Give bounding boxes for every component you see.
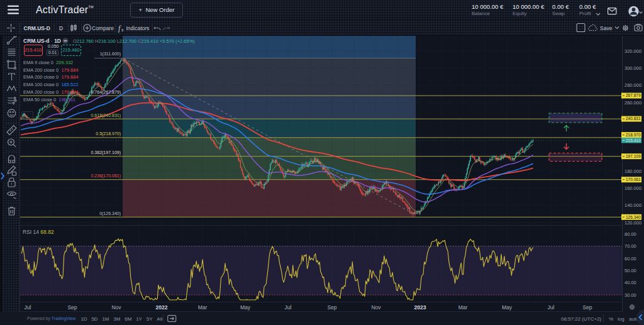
svg-text:x: x (121, 28, 124, 32)
svg-text:Sep: Sep (582, 304, 592, 311)
svg-text:Sep: Sep (327, 304, 336, 311)
svg-text:D: D (59, 25, 63, 31)
svg-text:0.5(218.970): 0.5(218.970) (96, 131, 121, 136)
svg-text:320.000: 320.000 (625, 48, 641, 54)
svg-text:170.061: 170.061 (626, 177, 641, 182)
svg-text:0.382(197.109): 0.382(197.109) (91, 150, 121, 155)
svg-text:0.236(170.061): 0.236(170.061) (91, 174, 121, 179)
svg-text:Sep: Sep (67, 304, 77, 311)
svg-text:70.00: 70.00 (625, 243, 636, 249)
svg-text:126.340: 126.340 (626, 215, 641, 219)
svg-text:1(311.600): 1(311.600) (100, 52, 121, 57)
svg-text:Jul: Jul (285, 304, 292, 311)
svg-text:260.000: 260.000 (625, 100, 641, 106)
svg-text:May: May (502, 304, 513, 311)
svg-text:215.410: 215.410 (626, 138, 641, 143)
svg-text:50.00: 50.00 (625, 268, 636, 273)
svg-text:CRM.US-D: CRM.US-D (24, 25, 51, 31)
svg-text:0(126.340): 0(126.340) (99, 211, 121, 216)
svg-text:Jul: Jul (25, 304, 31, 311)
svg-text:2023: 2023 (414, 304, 426, 311)
svg-text:Save: Save (600, 25, 613, 31)
svg-text:Mar: Mar (198, 304, 208, 311)
svg-text:Compare: Compare (92, 25, 114, 31)
svg-text:Mar: Mar (458, 304, 468, 311)
svg-text:300.000: 300.000 (625, 65, 641, 71)
svg-text:180.000: 180.000 (625, 168, 641, 174)
svg-text:0.618(240.831): 0.618(240.831) (91, 113, 121, 118)
svg-text:267.879: 267.879 (626, 93, 641, 97)
svg-text:280.000: 280.000 (625, 82, 641, 88)
svg-text:140.000: 140.000 (625, 202, 641, 208)
svg-text:218.970: 218.970 (626, 133, 641, 137)
svg-text:0.764(267.879): 0.764(267.879) (91, 90, 121, 95)
svg-text:240.831: 240.831 (626, 116, 641, 121)
svg-text:Nov: Nov (111, 304, 121, 311)
svg-text:80.00: 80.00 (625, 231, 636, 237)
svg-text:Nov: Nov (371, 304, 381, 311)
svg-text:120.000: 120.000 (625, 220, 641, 226)
svg-text:May: May (240, 304, 251, 311)
svg-text:60.00: 60.00 (625, 256, 636, 262)
svg-text:40.00: 40.00 (625, 280, 636, 285)
svg-text:197.109: 197.109 (626, 154, 641, 158)
svg-text:30.00: 30.00 (625, 292, 636, 298)
svg-text:2022: 2022 (156, 304, 168, 311)
svg-text:Indicators: Indicators (126, 25, 150, 31)
svg-text:160.000: 160.000 (625, 185, 641, 191)
svg-text:Jul: Jul (548, 304, 555, 311)
